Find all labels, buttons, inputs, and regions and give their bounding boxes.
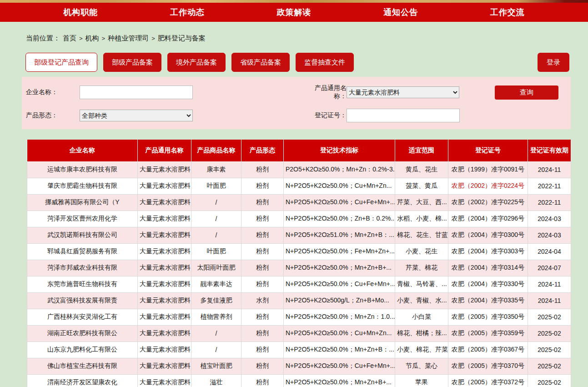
main-nav: 机构职能 工作动态 政策解读 通知公告 工作交流 bbox=[0, 3, 588, 22]
product-form-select[interactable]: 全部种类 bbox=[80, 110, 193, 121]
tabs-row: 部级登记产品查询 部级产品备案 境外产品备案 省级产品备案 监督抽查文件 登录 bbox=[22, 53, 571, 72]
cell-tech-spec: P2O5+K2O≥50.0%；Mn+Zn：0.2%-3... bbox=[284, 161, 395, 178]
table-row[interactable]: 佛山市植宝生态科技有限大量元素水溶肥料植宝叶面肥粉剂N+P2O5+K2O≥50.… bbox=[27, 358, 571, 374]
table-row[interactable]: 山东京九肥料化工有限公大量元素水溶肥料/粉剂N+P2O5+K2O≥50.0%；M… bbox=[27, 342, 571, 358]
cell-suitable-range: 小麦、青椒、水... bbox=[395, 292, 448, 309]
table-row[interactable]: 东莞市施普旺生物科技有大量元素水溶肥料靓丰素丰达粉剂N+P2O5+K2O≥50.… bbox=[27, 276, 571, 292]
tab-overseas-product-filing[interactable]: 境外产品备案 bbox=[167, 53, 226, 72]
query-button[interactable]: 查询 bbox=[495, 85, 558, 100]
cell-cert-number[interactable]: 农肥（2004）准字0303号 bbox=[448, 243, 528, 260]
table-header-row: 企业名称 产品通用名称 产品商品名称 产品形态 登记技术指标 适宜范围 登记证号… bbox=[27, 140, 571, 161]
cell-suitable-range: 节瓜、菜心 bbox=[395, 358, 448, 374]
table-row[interactable]: 挪威雅苒国际有限公司（Y大量元素水溶肥料/粉剂N+P2O5+K2O≥50.0%；… bbox=[27, 194, 571, 211]
cell-trade-name: 多复佳液肥 bbox=[191, 292, 241, 309]
nav-item-policy-interpretation[interactable]: 政策解读 bbox=[276, 7, 311, 18]
table-row[interactable]: 武汉富强科技发展有限责大量元素水溶肥料多复佳液肥水剂N+P2O5+K2O≥500… bbox=[27, 292, 571, 309]
cell-cert-expiry: 2024-03 bbox=[528, 227, 571, 243]
cell-trade-name: / bbox=[191, 211, 241, 227]
cell-product-form: 粉剂 bbox=[241, 260, 284, 276]
cell-cert-number[interactable]: 农肥（2004）准字0335号 bbox=[448, 292, 528, 309]
table-row[interactable]: 菏泽开发区曹州农用化学大量元素水溶肥料/粉剂N+P2O5+K2O≥50.0%；Z… bbox=[27, 211, 571, 227]
cell-product-form: 粉剂 bbox=[241, 243, 284, 260]
search-panel: 企业名称： 产品通用名称： 大量元素水溶肥料 查询 产品形态： 全部种类 登记证… bbox=[22, 77, 571, 129]
cell-company-name: 佛山市植宝生态科技有限 bbox=[27, 358, 138, 374]
cell-company-name: 武汉凯诺斯科技有限公司 bbox=[27, 227, 138, 243]
cell-cert-expiry: 2024-11 bbox=[528, 292, 571, 309]
cell-product-form: 粉剂 bbox=[241, 374, 284, 387]
cell-cert-number[interactable]: 农肥（2004）准字0330号 bbox=[448, 276, 528, 292]
cell-cert-number[interactable]: 农肥（2005）准字0350号 bbox=[448, 309, 528, 325]
login-button[interactable]: 登录 bbox=[538, 53, 569, 72]
cell-cert-number[interactable]: 农肥（2002）准字0225号 bbox=[448, 194, 528, 211]
cell-product-form: 水剂 bbox=[241, 292, 284, 309]
product-form-label: 产品形态： bbox=[26, 111, 80, 120]
nav-item-work-trends[interactable]: 工作动态 bbox=[170, 7, 205, 18]
company-name-input[interactable] bbox=[80, 85, 193, 99]
cell-company-name: 挪威雅苒国际有限公司（Y bbox=[27, 194, 138, 211]
cell-cert-number[interactable]: 农肥（2005）准字0359号 bbox=[448, 325, 528, 342]
cell-generic-name: 大量元素水溶肥料 bbox=[138, 178, 191, 194]
tab-ministry-product-filing[interactable]: 部级产品备案 bbox=[103, 53, 161, 72]
cell-suitable-range: 小麦、棉花、芹菜 bbox=[395, 342, 448, 358]
cell-tech-spec: N+P2O5+K2O≥50.0%；Zn+B：0.2%... bbox=[284, 211, 395, 227]
cell-trade-name: / bbox=[191, 194, 241, 211]
cell-cert-number[interactable]: 农肥（2004）准字0314号 bbox=[448, 260, 528, 276]
tab-provincial-product-filing[interactable]: 省级产品备案 bbox=[231, 53, 290, 72]
cell-generic-name: 大量元素水溶肥料 bbox=[138, 161, 191, 178]
generic-name-select[interactable]: 大量元素水溶肥料 bbox=[347, 86, 459, 98]
breadcrumb-separator: > bbox=[79, 35, 83, 42]
cell-suitable-range: 青椒、马铃薯、... bbox=[395, 276, 448, 292]
cell-product-form: 粉剂 bbox=[241, 325, 284, 342]
table-row[interactable]: 广西桂林兴安灵湖化工有大量元素水溶肥料植物营养剂粉剂N+P2O5+K2O≥50.… bbox=[27, 309, 571, 325]
nav-item-work-exchange[interactable]: 工作交流 bbox=[490, 7, 525, 18]
cell-cert-expiry: 2024-04 bbox=[528, 243, 571, 260]
cell-cert-expiry: 2024-11 bbox=[528, 161, 571, 178]
header-company-name: 企业名称 bbox=[27, 140, 138, 161]
cell-suitable-range: 棉花、柑橘；辣... bbox=[395, 325, 448, 342]
table-row[interactable]: 郓城县红盾贸易服务有限大量元素水溶肥料叶面肥粉剂N+P2O5+K2O≥50.0%… bbox=[27, 243, 571, 260]
cell-cert-number[interactable]: 农肥（2005）准字0367号 bbox=[448, 342, 528, 358]
cell-cert-expiry: 2022-11 bbox=[528, 194, 571, 211]
tab-supervision-sampling-documents[interactable]: 监督抽查文件 bbox=[296, 53, 354, 72]
cell-trade-name: 叶面肥 bbox=[191, 178, 241, 194]
cell-tech-spec: N+P2O5+K2O≥50.0%；Mn+Zn+B：... bbox=[284, 342, 395, 358]
table-row[interactable]: 肇庆市肥霸生物科技有限大量元素水溶肥料叶面肥粉剂N+P2O5+K2O≥50.0%… bbox=[27, 178, 571, 194]
breadcrumb-separator: > bbox=[102, 35, 106, 42]
cell-trade-name: / bbox=[191, 325, 241, 342]
table-row[interactable]: 运城市康丰农肥科技有限大量元素水溶肥料康丰素粉剂P2O5+K2O≥50.0%；M… bbox=[27, 161, 571, 178]
cell-generic-name: 大量元素水溶肥料 bbox=[138, 211, 191, 227]
nav-item-agency-functions[interactable]: 机构职能 bbox=[63, 7, 98, 18]
cert-number-input[interactable] bbox=[347, 109, 460, 122]
header-trade-name: 产品商品名称 bbox=[191, 140, 241, 161]
table-row[interactable]: 渭南经济开发区望康农化大量元素水溶肥料滋壮粉剂N+P2O5+K2O≥50.0%；… bbox=[27, 374, 571, 387]
breadcrumb-home[interactable]: 首页 bbox=[63, 34, 76, 43]
breadcrumb-label: 当前位置： bbox=[26, 34, 60, 43]
cell-suitable-range: 黄瓜、花生 bbox=[395, 161, 448, 178]
breadcrumb-fertilizer-registration[interactable]: 肥料登记与备案 bbox=[158, 34, 206, 43]
cell-company-name: 郓城县红盾贸易服务有限 bbox=[27, 243, 138, 260]
cell-cert-number[interactable]: 农肥（2004）准字0296号 bbox=[448, 211, 528, 227]
cell-generic-name: 大量元素水溶肥料 bbox=[138, 292, 191, 309]
cell-tech-spec: N+P2O5+K2O≥50.0%；Mn+Zn：1.0... bbox=[284, 309, 395, 325]
table-row[interactable]: 武汉凯诺斯科技有限公司大量元素水溶肥料/粉剂N+P2O5+K2O≥51.0%；M… bbox=[27, 227, 571, 243]
cell-cert-number[interactable]: 农肥（1999）准字0091号 bbox=[448, 161, 528, 178]
cell-suitable-range: 小麦、花生 bbox=[395, 243, 448, 260]
cell-company-name: 肇庆市肥霸生物科技有限 bbox=[27, 178, 138, 194]
cell-cert-number[interactable]: 农肥（2004）准字0300号 bbox=[448, 227, 528, 243]
nav-item-notices[interactable]: 通知公告 bbox=[383, 7, 418, 18]
cell-cert-number[interactable]: 农肥（2005）准字0370号 bbox=[448, 358, 528, 374]
breadcrumb-agency[interactable]: 机构 bbox=[85, 34, 99, 43]
table-row[interactable]: 菏泽市邦威农业科技有限大量元素水溶肥料太阳雨叶面肥粉剂N+P2O5+K2O≥50… bbox=[27, 260, 571, 276]
cell-trade-name: / bbox=[191, 342, 241, 358]
company-name-label: 企业名称： bbox=[26, 88, 80, 96]
cell-cert-number[interactable]: 农肥（2002）准字0224号 bbox=[448, 178, 528, 194]
cell-tech-spec: N+P2O5+K2O≥50.0%；Cu+Mn+Zn... bbox=[284, 178, 395, 194]
cell-cert-number[interactable]: 农肥（2005）准字0372号 bbox=[448, 374, 528, 387]
cell-trade-name: 靓丰素丰达 bbox=[191, 276, 241, 292]
breadcrumb-planting-dept[interactable]: 种植业管理司 bbox=[108, 34, 149, 43]
cell-tech-spec: N+P2O5+K2O≥500g/L；Zn+B+Mo... bbox=[284, 292, 395, 309]
cell-suitable-range: 菠菜、黄瓜 bbox=[395, 178, 448, 194]
cell-cert-expiry: 2025-02 bbox=[528, 358, 571, 374]
tab-ministry-registered-product-query[interactable]: 部级登记产品查询 bbox=[25, 53, 97, 72]
table-row[interactable]: 湖南正旺农肥科技有限公大量元素水溶肥料/粉剂N+P2O5+K2O≥50.0%；C… bbox=[27, 325, 571, 342]
